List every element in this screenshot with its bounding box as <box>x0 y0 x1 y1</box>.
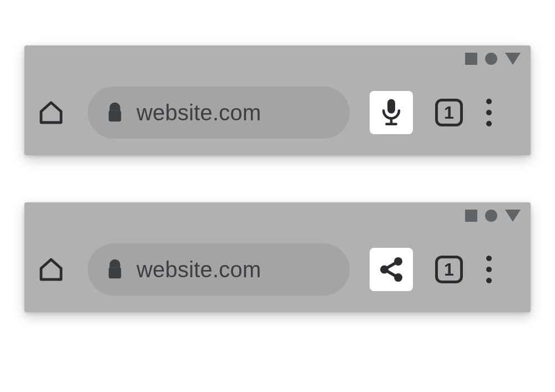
toolbar-row: website.com 1 <box>24 239 531 300</box>
voice-search-button[interactable] <box>370 91 413 134</box>
lock-icon <box>107 102 123 123</box>
overflow-menu-button[interactable] <box>486 99 492 126</box>
browser-toolbar-variant-share: website.com 1 <box>24 202 531 312</box>
svg-rect-1 <box>387 99 395 114</box>
url-text: website.com <box>137 257 261 282</box>
kebab-dot-icon <box>486 110 492 115</box>
tab-switcher-button[interactable]: 1 <box>435 99 463 126</box>
svg-rect-0 <box>109 110 122 121</box>
share-button[interactable] <box>370 248 413 291</box>
status-triangle-icon <box>505 210 521 222</box>
status-circle-icon <box>485 53 497 65</box>
status-square-icon <box>465 210 477 222</box>
microphone-icon <box>379 98 403 127</box>
url-text: website.com <box>137 100 261 125</box>
overflow-menu-button[interactable] <box>486 256 492 283</box>
svg-point-7 <box>394 257 402 266</box>
status-square-icon <box>465 53 477 65</box>
lock-icon <box>107 259 123 280</box>
home-button[interactable] <box>24 99 78 126</box>
tab-count-label: 1 <box>444 261 454 278</box>
kebab-dot-icon <box>486 99 492 104</box>
tab-count-label: 1 <box>444 104 454 121</box>
status-triangle-icon <box>505 53 521 65</box>
svg-rect-4 <box>109 267 122 278</box>
home-icon <box>38 256 64 283</box>
kebab-dot-icon <box>486 267 492 272</box>
address-bar[interactable]: website.com <box>88 243 350 296</box>
kebab-dot-icon <box>486 278 492 283</box>
svg-point-9 <box>394 273 402 282</box>
svg-point-8 <box>380 266 389 274</box>
home-button[interactable] <box>24 256 78 283</box>
home-icon <box>38 99 64 126</box>
kebab-dot-icon <box>486 256 492 261</box>
share-icon <box>377 256 405 283</box>
address-bar[interactable]: website.com <box>88 86 350 139</box>
status-circle-icon <box>485 210 497 222</box>
browser-toolbar-variant-mic: website.com 1 <box>24 45 531 155</box>
status-bar <box>465 208 521 223</box>
kebab-dot-icon <box>486 121 492 126</box>
status-bar <box>465 51 521 67</box>
toolbar-row: website.com 1 <box>24 82 531 143</box>
tab-switcher-button[interactable]: 1 <box>435 256 463 283</box>
